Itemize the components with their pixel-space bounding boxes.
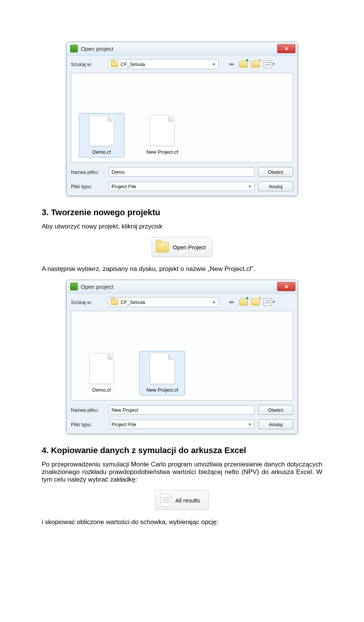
- folder-up-button[interactable]: [239, 60, 248, 68]
- lookin-combo[interactable]: CF_Simula ▼: [108, 297, 219, 307]
- all-results-label: All results: [175, 497, 200, 504]
- cancel-button-label: Anuluj: [269, 422, 282, 427]
- folder-icon: [111, 61, 118, 67]
- filetype-label: Pliki typu:: [71, 422, 105, 427]
- lookin-combo[interactable]: CF_Simula ▼: [108, 59, 219, 69]
- folder-icon: [111, 299, 118, 305]
- filetype-value: Project File: [111, 422, 136, 427]
- folder-up-icon: [239, 299, 248, 305]
- file-label: Demo.cf: [81, 149, 122, 155]
- new-folder-icon: [251, 61, 260, 68]
- open-button-label: Otwórz: [268, 407, 283, 413]
- close-icon: ✕: [284, 284, 289, 290]
- app-icon: [70, 45, 78, 52]
- section-3-p2: A następnie wybierz, zapisany na dysku, …: [42, 265, 322, 273]
- chevron-down-icon: ▼: [248, 422, 252, 427]
- filetype-select[interactable]: Project File ▼: [109, 420, 254, 429]
- back-icon[interactable]: ⬅: [227, 298, 235, 306]
- file-item-newproject[interactable]: New Project.cf: [140, 351, 185, 395]
- file-item-demo[interactable]: Demo.cf: [79, 113, 124, 157]
- chevron-down-icon: ▼: [211, 61, 217, 67]
- cancel-button[interactable]: Anuluj: [258, 419, 293, 429]
- chevron-down-icon: ▼: [211, 299, 217, 305]
- new-folder-icon: [251, 299, 260, 305]
- view-menu-button[interactable]: ▼: [264, 60, 272, 68]
- file-icon: [89, 353, 114, 384]
- all-results-tab[interactable]: All results: [155, 490, 209, 510]
- chevron-down-icon: ▼: [248, 184, 252, 189]
- titlebar[interactable]: Open project ✕: [66, 280, 298, 293]
- close-button[interactable]: ✕: [277, 282, 295, 291]
- filename-value: Demo: [111, 169, 125, 175]
- section-4-heading: 4. Kopiowanie danych z symulacji do arku…: [42, 446, 322, 455]
- file-label: New Project.cf: [141, 149, 183, 155]
- filename-label: Nazwa pliku:: [71, 407, 105, 413]
- filetype-select[interactable]: Project File ▼: [109, 182, 254, 191]
- filetype-label: Pliki typu:: [71, 184, 105, 189]
- dialog-title: Open project: [81, 46, 277, 52]
- file-item-demo[interactable]: Demo.cf: [79, 351, 124, 395]
- lookin-label: Szukaj w:: [71, 61, 105, 67]
- titlebar[interactable]: Open project ✕: [66, 42, 298, 55]
- document-icon: [161, 494, 171, 507]
- file-icon: [150, 353, 175, 384]
- lookin-value: CF_Simula: [121, 61, 145, 67]
- file-list[interactable]: Demo.cf New Project.cf: [71, 73, 293, 162]
- new-folder-button[interactable]: [251, 298, 260, 306]
- filename-label: Nazwa pliku:: [71, 169, 105, 175]
- dialog-title: Open project: [81, 283, 277, 290]
- lookin-value: CF_Simula: [121, 299, 145, 305]
- view-icon: ▼: [264, 298, 272, 306]
- view-menu-button[interactable]: ▼: [264, 298, 272, 306]
- open-project-dialog-2: Open project ✕ Szukaj w: CF_Simula ▼ ⬅ ▼: [66, 280, 298, 434]
- file-list[interactable]: Demo.cf New Project.cf: [71, 311, 293, 400]
- new-folder-button[interactable]: [251, 60, 260, 68]
- close-icon: ✕: [284, 46, 289, 52]
- filetype-value: Project File: [111, 184, 136, 189]
- file-icon: [89, 115, 114, 146]
- folder-up-button[interactable]: [239, 298, 248, 306]
- section-3-p1: Aby utworzyć nowy projekt, kliknij przyc…: [42, 223, 322, 230]
- open-button[interactable]: Otwórz: [258, 405, 293, 415]
- back-icon[interactable]: ⬅: [227, 60, 235, 68]
- file-item-newproject[interactable]: New Project.cf: [140, 113, 185, 157]
- filename-input[interactable]: Demo: [109, 167, 254, 176]
- open-project-toolbar-button[interactable]: Open Project: [152, 237, 212, 257]
- filename-input[interactable]: New Project: [109, 405, 254, 414]
- folder-up-icon: [239, 61, 248, 68]
- close-button[interactable]: ✕: [277, 44, 295, 53]
- cancel-button[interactable]: Anuluj: [258, 181, 293, 191]
- section-4-p1: Po przeprowadzeniu symulacji Monte Carlo…: [42, 461, 322, 483]
- section-3-heading: 3. Tworzenie nowego projektu: [42, 208, 322, 217]
- section-4-p2: i skopiować obliczone wartości do schowk…: [42, 518, 322, 526]
- filename-value: New Project: [111, 407, 138, 413]
- file-label: Demo.cf: [81, 387, 122, 393]
- app-icon: [70, 283, 78, 290]
- open-project-dialog-1: Open project ✕ Szukaj w: CF_Simula ▼ ⬅ ▼: [66, 42, 298, 196]
- file-icon: [150, 115, 175, 146]
- cancel-button-label: Anuluj: [269, 184, 282, 189]
- view-icon: ▼: [264, 60, 272, 68]
- open-button-label: Otwórz: [268, 169, 283, 175]
- open-button[interactable]: Otwórz: [258, 167, 293, 177]
- file-label: New Project.cf: [141, 387, 183, 393]
- open-project-button-label: Open Project: [173, 244, 206, 250]
- open-folder-icon: [156, 242, 169, 252]
- lookin-label: Szukaj w:: [71, 299, 105, 305]
